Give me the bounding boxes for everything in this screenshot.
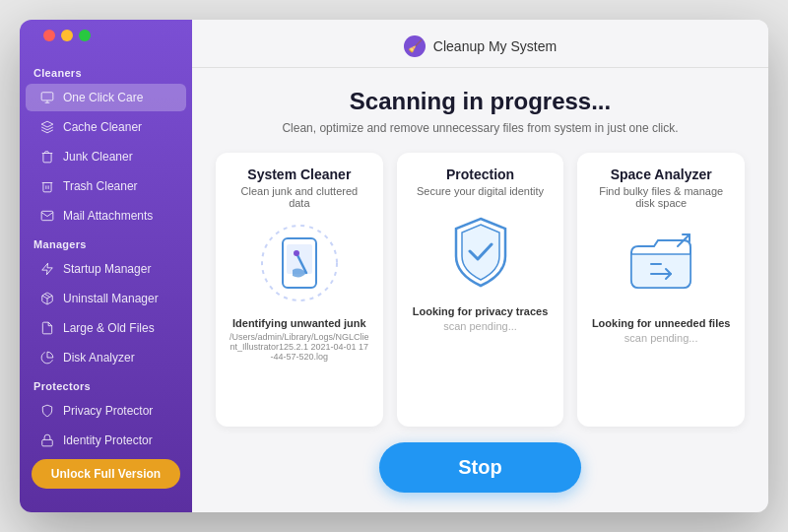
- junk-icon: [39, 149, 55, 165]
- space-analyzer-desc: Find bulky files & manage disk space: [591, 185, 731, 209]
- system-cleaner-title: System Cleaner: [247, 166, 351, 182]
- stop-button-wrapper: Stop: [216, 442, 745, 493]
- system-cleaner-status: Identifying unwanted junk: [232, 317, 366, 329]
- space-analyzer-pending: scan pending...: [624, 332, 698, 344]
- sidebar-item-startup-manager[interactable]: Startup Manager: [26, 255, 186, 283]
- file-icon: [39, 320, 55, 336]
- traffic-lights: [30, 30, 104, 41]
- svg-text:🧹: 🧹: [407, 38, 422, 53]
- sidebar-item-trash-cleaner[interactable]: Trash Cleaner: [26, 172, 186, 200]
- protection-pending: scan pending...: [443, 320, 517, 332]
- svg-rect-0: [41, 93, 53, 100]
- space-analyzer-title: Space Analyzer: [611, 166, 712, 182]
- sidebar-item-one-click-care[interactable]: One Click Care: [26, 84, 186, 111]
- system-cleaner-filepath: /Users/admin/Library/Logs/NGLClient_Illu…: [230, 332, 369, 362]
- traffic-light-yellow[interactable]: [61, 30, 73, 41]
- sidebar-item-uninstall-manager[interactable]: Uninstall Manager: [26, 285, 186, 312]
- svg-rect-5: [42, 439, 53, 445]
- svg-point-12: [294, 250, 299, 256]
- traffic-light-green[interactable]: [79, 30, 91, 41]
- zap-icon: [39, 261, 55, 277]
- monitor-icon: [39, 90, 55, 105]
- svg-line-3: [44, 294, 49, 297]
- main-body: Scanning in progress... Clean, optimize …: [192, 68, 768, 512]
- space-analyzer-status: Looking for unneeded files: [592, 317, 731, 329]
- sidebar-item-identity-protector[interactable]: Identity Protector: [26, 427, 186, 454]
- main-window: Cleaners One Click Care Cache Cleaner Ju…: [20, 20, 768, 512]
- main-content: 🧹 Cleanup My System Scanning in progress…: [192, 20, 768, 512]
- space-analyzer-illustration: [617, 219, 705, 307]
- mail-icon: [39, 208, 55, 224]
- traffic-light-red[interactable]: [43, 30, 55, 41]
- svg-marker-1: [41, 121, 53, 127]
- system-cleaner-illustration: [255, 219, 344, 307]
- scan-subtitle: Clean, optimize and remove unnecessary f…: [216, 121, 745, 135]
- package-icon: [39, 291, 55, 306]
- sidebar-item-large-old-files[interactable]: Large & Old Files: [26, 314, 186, 342]
- stop-button[interactable]: Stop: [379, 442, 580, 493]
- pie-chart-icon: [39, 350, 55, 366]
- section-label-managers: Managers: [20, 231, 192, 254]
- protection-status: Looking for privacy traces: [413, 305, 549, 317]
- app-title: Cleanup My System: [433, 38, 557, 54]
- shield-icon: [39, 403, 55, 419]
- trash-icon: [39, 178, 55, 194]
- sidebar-item-junk-cleaner[interactable]: Junk Cleaner: [26, 143, 186, 170]
- system-cleaner-card: System Cleaner Clean junk and cluttered …: [216, 153, 383, 427]
- sidebar-item-disk-analyzer[interactable]: Disk Analyzer: [26, 344, 186, 371]
- sidebar: Cleaners One Click Care Cache Cleaner Ju…: [20, 20, 192, 512]
- protection-illustration: [436, 207, 525, 296]
- protection-desc: Secure your digital identity: [417, 185, 544, 197]
- lock-icon: [39, 432, 55, 448]
- svg-marker-2: [42, 263, 53, 275]
- section-label-protectors: Protectors: [20, 372, 192, 396]
- layers-icon: [39, 119, 55, 135]
- sidebar-item-cache-cleaner[interactable]: Cache Cleaner: [26, 113, 186, 141]
- sidebar-item-privacy-protector[interactable]: Privacy Protector: [26, 397, 186, 425]
- unlock-full-version-button[interactable]: Unlock Full Version: [32, 459, 180, 489]
- space-analyzer-card: Space Analyzer Find bulky files & manage…: [577, 153, 745, 427]
- protection-title: Protection: [446, 166, 514, 182]
- app-logo-icon: 🧹: [404, 35, 426, 57]
- cards-row: System Cleaner Clean junk and cluttered …: [216, 153, 745, 427]
- section-label-cleaners: Cleaners: [20, 59, 192, 83]
- scan-title: Scanning in progress...: [216, 88, 745, 115]
- sidebar-item-mail-attachments[interactable]: Mail Attachments: [26, 202, 186, 230]
- system-cleaner-desc: Clean junk and cluttered data: [230, 185, 369, 209]
- protection-card: Protection Secure your digital identity …: [397, 153, 564, 427]
- app-header: 🧹 Cleanup My System: [192, 20, 768, 68]
